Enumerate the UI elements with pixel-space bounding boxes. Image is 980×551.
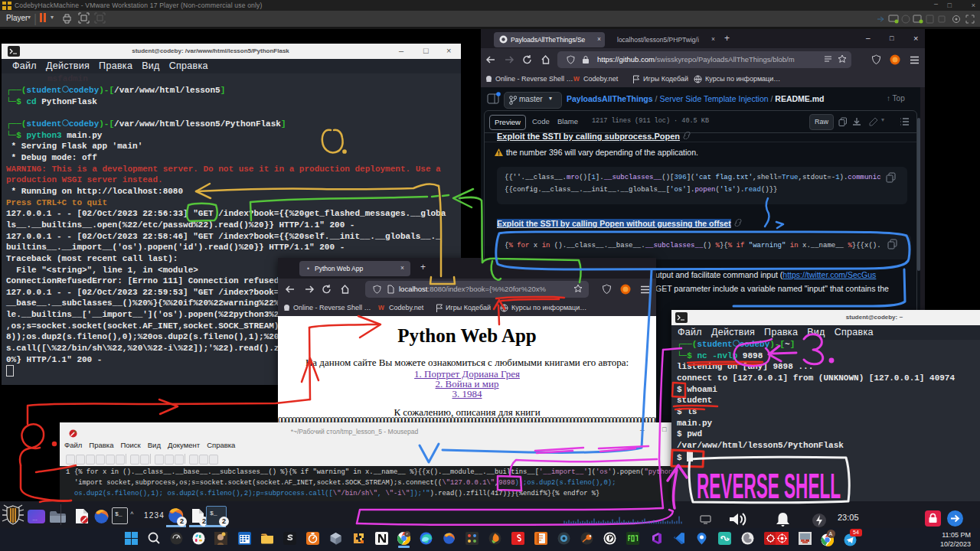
svg-text:A: A — [829, 531, 833, 536]
